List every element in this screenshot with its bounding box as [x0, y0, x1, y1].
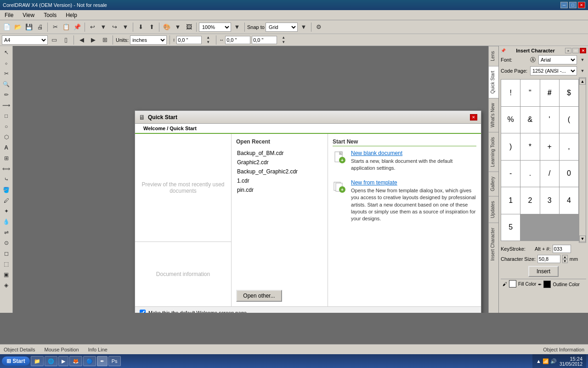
font-drop[interactable]: ▼	[579, 56, 586, 64]
char-star[interactable]: *	[520, 133, 539, 160]
tool-smartdraw[interactable]: ⟿	[1, 100, 11, 110]
page-size-select[interactable]: A4	[2, 35, 48, 45]
tool-transparency[interactable]: ◈	[1, 280, 11, 290]
tool-crop[interactable]: ✂	[1, 69, 11, 79]
import-button[interactable]: ⬇	[136, 22, 146, 32]
nudge-up[interactable]: ▲	[203, 35, 213, 40]
tab-gallery[interactable]: Gallery	[489, 172, 498, 196]
close-button[interactable]: ✕	[578, 2, 585, 8]
tool-zoom[interactable]: 🔍	[1, 79, 11, 89]
canvas-area[interactable]: 🖥 Quick Start ✕ Welcome / Quick Start Pr…	[13, 46, 498, 313]
tool-pointer[interactable]: ↖	[1, 47, 11, 58]
tool-ellipse[interactable]: ○	[1, 121, 11, 132]
char-2[interactable]: 2	[520, 187, 539, 214]
tool-interactive[interactable]: ✦	[1, 206, 11, 216]
taskbar-photoshop[interactable]: Ps	[108, 356, 121, 366]
tool-contour[interactable]: ⊙	[1, 238, 11, 248]
new-blank-item[interactable]: + New blank document Starts a new, blank…	[333, 150, 476, 172]
char-3[interactable]: 3	[540, 187, 559, 214]
pg-prev[interactable]: ◀	[77, 35, 87, 45]
char-0[interactable]: 0	[560, 161, 578, 187]
redo-drop[interactable]: ▼	[120, 22, 130, 32]
menu-view[interactable]: View	[20, 11, 37, 19]
new-template-item[interactable]: + New from template Opens the New from t…	[333, 179, 476, 223]
tool-text[interactable]: A	[1, 143, 11, 153]
tab-lens[interactable]: Lens	[489, 46, 498, 66]
panel-arrow-icon[interactable]: »	[565, 48, 571, 53]
tool-rect[interactable]: □	[1, 111, 11, 121]
fill-color-swatch[interactable]	[509, 280, 516, 288]
size-up[interactable]: ▲	[562, 255, 568, 259]
menu-file[interactable]: File	[2, 11, 16, 19]
tool-freehand[interactable]: ✏	[1, 90, 11, 100]
char-scrollbar[interactable]: ▲ ▼	[579, 77, 586, 243]
char-dot[interactable]: .	[520, 161, 539, 187]
tool-eyedrop[interactable]: 💧	[1, 217, 11, 227]
nav-welcome[interactable]: Welcome / Quick Start	[139, 124, 201, 133]
char-percent[interactable]: %	[501, 107, 520, 133]
fill-drop[interactable]: ▼	[173, 22, 183, 32]
file-item-0[interactable]: Backup_of_BM.cdr	[236, 149, 323, 158]
char-lparen[interactable]: (	[560, 107, 578, 133]
new-template-title[interactable]: New from template	[351, 179, 476, 186]
char-exclaim[interactable]: !	[501, 80, 520, 106]
tool-shape[interactable]: ⬦	[1, 58, 11, 68]
pg-next[interactable]: ▶	[88, 35, 98, 45]
tool-envelope[interactable]: ◻	[1, 248, 11, 259]
tab-insert-character[interactable]: Insert Character	[489, 223, 498, 265]
file-item-4[interactable]: pin.cdr	[236, 185, 323, 195]
size-down[interactable]: ▼	[562, 259, 568, 263]
minimize-button[interactable]: ─	[560, 2, 568, 8]
y-value[interactable]	[252, 36, 277, 44]
char-amp[interactable]: &	[520, 107, 539, 133]
page-orient2[interactable]: ▯	[61, 35, 71, 45]
tool-extrude[interactable]: ⬚	[1, 259, 11, 269]
nudge-value[interactable]	[176, 36, 202, 44]
file-item-2[interactable]: Backup_of_Graphic2.cdr	[236, 167, 323, 176]
snap-select[interactable]: Grid	[266, 23, 298, 32]
new-button[interactable]: 📄	[2, 22, 12, 32]
file-item-3[interactable]: 1.cdr	[236, 176, 323, 185]
taskbar-bluetooth[interactable]: 🔵	[83, 356, 96, 366]
taskbar-firefox[interactable]: 🦊	[69, 356, 82, 366]
new-blank-title[interactable]: New blank document	[351, 150, 476, 156]
zoom-select[interactable]: 100%	[199, 23, 231, 32]
tool-blend[interactable]: ⇌	[1, 227, 11, 237]
tool-table[interactable]: ⊞	[1, 153, 11, 163]
codepage-drop[interactable]: ▼	[579, 67, 586, 75]
char-size-value[interactable]	[537, 255, 560, 263]
char-plus[interactable]: +	[540, 133, 559, 160]
taskbar-explorer[interactable]: 📁	[31, 356, 44, 366]
start-button[interactable]: ⊞ Start	[2, 356, 30, 366]
tool-outline[interactable]: 🖊	[1, 196, 11, 206]
panel-close-icon[interactable]: ✕	[580, 48, 586, 53]
coord-up[interactable]: ▲	[278, 35, 288, 40]
menu-help[interactable]: Help	[63, 11, 80, 19]
codepage-select[interactable]: 1252 (ANSI -...	[530, 66, 577, 75]
char-apos[interactable]: '	[540, 107, 559, 133]
tool-shadow[interactable]: ▣	[1, 270, 11, 280]
char-comma[interactable]: ,	[560, 133, 578, 160]
save-button[interactable]: 💾	[24, 22, 34, 32]
print-button[interactable]: 🖨	[35, 22, 45, 32]
open-button[interactable]: 📂	[13, 22, 23, 32]
panel-minimize-icon[interactable]: ─	[572, 48, 579, 53]
zoom-drop[interactable]: ▼	[232, 22, 242, 32]
char-slash[interactable]: /	[540, 161, 559, 187]
pg-layout[interactable]: ⊞	[100, 35, 110, 45]
default-welcome-checkbox[interactable]	[140, 310, 146, 313]
insert-button[interactable]: Insert	[528, 266, 559, 277]
x-value[interactable]	[225, 36, 250, 44]
open-other-button[interactable]: Open other...	[236, 290, 282, 302]
file-item-1[interactable]: Graphic2.cdr	[236, 158, 323, 167]
fill-button[interactable]: 🎨	[162, 22, 172, 32]
tool-fill[interactable]: 🪣	[1, 185, 11, 195]
outline-color-swatch[interactable]	[543, 281, 551, 288]
tab-quick-start[interactable]: Quick Start	[489, 66, 498, 98]
page-orient1[interactable]: ▭	[49, 35, 59, 45]
taskbar-ie[interactable]: 🌐	[45, 356, 57, 366]
image-button[interactable]: 🖼	[184, 22, 194, 32]
char-rparen[interactable]: )	[501, 133, 520, 160]
scroll-down[interactable]: ▼	[579, 236, 586, 242]
tab-whats-new[interactable]: What's New	[489, 98, 498, 132]
